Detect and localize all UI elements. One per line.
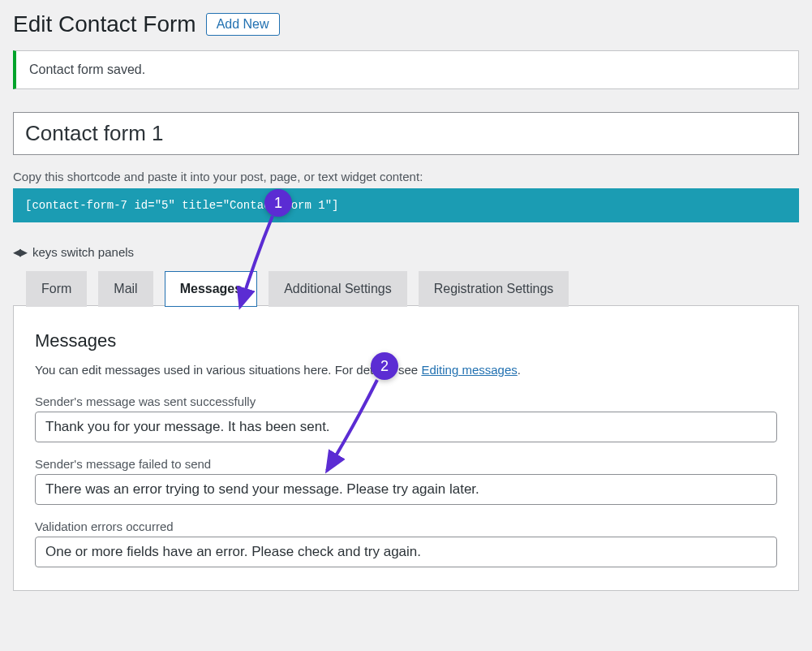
messages-panel: Messages You can edit messages used in v…: [13, 305, 799, 591]
page-wrap: Edit Contact Form Add New Contact form s…: [13, 0, 799, 591]
tab-form[interactable]: Form: [26, 271, 87, 307]
shortcode-box[interactable]: [contact-form-7 id="5" title="Contact fo…: [13, 188, 799, 222]
field-send-failed: Sender's message failed to send: [35, 457, 777, 505]
page-header: Edit Contact Form Add New: [13, 0, 799, 45]
field-label: Sender's message failed to send: [35, 457, 777, 471]
panel-intro: You can edit messages used in various si…: [35, 363, 777, 377]
field-sent-success: Sender's message was sent successfully: [35, 394, 777, 442]
panel-intro-pre: You can edit messages used in various si…: [35, 363, 421, 377]
tab-registration-settings[interactable]: Registration Settings: [419, 271, 569, 307]
field-label: Sender's message was sent successfully: [35, 394, 777, 408]
field-validation-errors: Validation errors occurred: [35, 520, 777, 567]
panel-intro-post: .: [518, 363, 521, 377]
field-input-sent-success[interactable]: [35, 412, 777, 442]
tabs-row: Form Mail Messages Additional Settings R…: [13, 270, 799, 306]
page-title: Edit Contact Form: [13, 11, 196, 37]
add-new-button[interactable]: Add New: [206, 13, 280, 36]
field-input-send-failed[interactable]: [35, 474, 777, 505]
tab-additional-settings[interactable]: Additional Settings: [269, 271, 407, 307]
left-right-arrows-icon: ◀▶: [13, 246, 26, 258]
field-input-validation-errors[interactable]: [35, 537, 777, 567]
keys-hint-text: keys switch panels: [32, 245, 134, 259]
panel-heading: Messages: [35, 330, 777, 351]
keys-hint: ◀▶ keys switch panels: [13, 245, 799, 259]
field-label: Validation errors occurred: [35, 520, 777, 533]
tab-messages[interactable]: Messages: [165, 271, 258, 307]
editing-messages-link[interactable]: Editing messages: [421, 363, 517, 377]
shortcode-label: Copy this shortcode and paste it into yo…: [13, 170, 799, 183]
form-title-input[interactable]: [13, 112, 799, 155]
tab-mail[interactable]: Mail: [98, 271, 153, 307]
success-notice: Contact form saved.: [13, 50, 799, 89]
